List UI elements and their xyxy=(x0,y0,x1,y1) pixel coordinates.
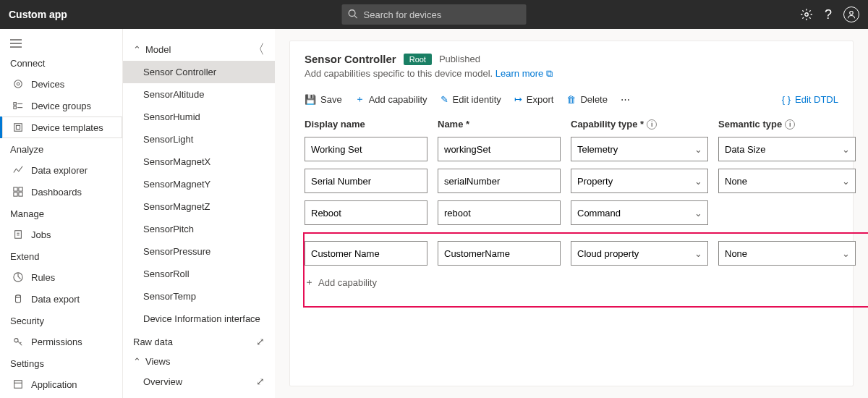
subtext: Add capabilities specific to this device… xyxy=(305,68,838,80)
chevron-down-icon: ⌃ xyxy=(133,356,141,367)
learn-more-link[interactable]: Learn more ⧉ xyxy=(495,68,553,79)
expand-icon[interactable]: ⤢ xyxy=(256,376,265,387)
tree-item[interactable]: SensorMagnetZ xyxy=(123,195,275,218)
capabilities-grid: Display name Name * Capability type * i … xyxy=(305,119,838,308)
svg-point-23 xyxy=(16,295,21,298)
semantic-type-select[interactable] xyxy=(718,137,856,161)
nav-rules[interactable]: Rules xyxy=(0,266,122,288)
svg-rect-14 xyxy=(16,125,20,129)
tree-raw-data[interactable]: Raw data ⤢ xyxy=(123,330,275,353)
info-icon[interactable]: i xyxy=(647,119,657,130)
device-templates-icon xyxy=(12,122,24,133)
permissions-icon xyxy=(12,336,24,347)
save-button[interactable]: 💾Save xyxy=(305,94,342,105)
capability-type-select[interactable] xyxy=(571,241,708,266)
nav-device-templates[interactable]: Device templates xyxy=(0,117,122,138)
highlighted-row: ⌄ ⌄ ✕⌄ ＋Add capability xyxy=(303,232,868,308)
gear-icon[interactable] xyxy=(800,8,813,21)
nav-group-analyze: Analyze xyxy=(0,138,122,159)
profile-icon[interactable] xyxy=(843,7,859,22)
capability-type-select[interactable] xyxy=(571,200,708,225)
nav-group-security: Security xyxy=(0,310,122,331)
display-name-input[interactable] xyxy=(305,137,427,161)
svg-rect-25 xyxy=(14,381,22,389)
nav-data-export[interactable]: Data export xyxy=(0,288,122,310)
edit-identity-button[interactable]: ✎Edit identity xyxy=(441,94,501,105)
search-wrap xyxy=(342,4,527,25)
name-input[interactable] xyxy=(438,169,561,193)
tree-item[interactable]: SensorPitch xyxy=(123,218,275,240)
nav-permissions[interactable]: Permissions xyxy=(0,331,122,352)
plus-icon: ＋ xyxy=(355,93,365,106)
nav-group-manage: Manage xyxy=(0,203,122,224)
expand-icon[interactable]: ⤢ xyxy=(256,336,265,347)
nav-sidebar: Connect Devices Device groups Device tem… xyxy=(0,29,123,398)
svg-rect-18 xyxy=(19,192,22,196)
main-content: Sensor Controller Root Published Add cap… xyxy=(275,29,868,398)
tree-views-header[interactable]: ⌃ Views xyxy=(123,353,275,370)
add-capability-button[interactable]: ＋Add capability xyxy=(355,93,427,106)
nav-data-explorer[interactable]: Data explorer xyxy=(0,159,122,181)
hamburger-icon[interactable] xyxy=(0,35,122,52)
tree-item[interactable]: SensorLight xyxy=(123,128,275,151)
svg-rect-13 xyxy=(14,124,22,132)
nav-jobs[interactable]: Jobs xyxy=(0,224,122,245)
status-text: Published xyxy=(439,54,480,64)
tree-item[interactable]: SensorPressure xyxy=(123,240,275,263)
tree-item[interactable]: SensorAltitude xyxy=(123,83,275,106)
plus-icon: ＋ xyxy=(305,276,314,289)
tree-item-sensor-controller[interactable]: Sensor Controller xyxy=(123,61,275,83)
display-name-input[interactable] xyxy=(305,200,427,225)
back-arrow-icon[interactable]: 〈 xyxy=(252,41,265,58)
col-display-name: Display name xyxy=(305,119,427,130)
rules-icon xyxy=(12,271,24,283)
semantic-type-select[interactable] xyxy=(718,169,856,193)
tree-item[interactable]: SensorRoll xyxy=(123,263,275,285)
svg-rect-15 xyxy=(14,187,17,191)
tree-item[interactable]: SensorHumid xyxy=(123,106,275,128)
pencil-icon: ✎ xyxy=(441,94,448,105)
nav-device-groups[interactable]: Device groups xyxy=(0,95,122,117)
semantic-type-select[interactable] xyxy=(718,241,856,266)
nav-devices[interactable]: Devices xyxy=(0,73,122,95)
save-icon: 💾 xyxy=(305,94,316,105)
tree-item[interactable]: SensorTemp xyxy=(123,285,275,308)
svg-point-24 xyxy=(14,339,18,342)
capability-type-select[interactable] xyxy=(571,169,708,193)
svg-rect-10 xyxy=(14,106,17,109)
display-name-input[interactable] xyxy=(305,241,427,266)
name-input[interactable] xyxy=(438,241,561,266)
tree-item-device-info[interactable]: Device Information interface xyxy=(123,308,275,330)
svg-rect-16 xyxy=(19,187,22,191)
top-bar: Custom app ? xyxy=(0,0,868,29)
data-explorer-icon xyxy=(12,164,24,176)
trash-icon: 🗑 xyxy=(566,94,576,105)
search-icon xyxy=(348,9,358,19)
svg-line-1 xyxy=(354,16,357,19)
name-input[interactable] xyxy=(438,137,561,161)
capability-type-select[interactable] xyxy=(571,137,708,161)
export-button[interactable]: ↦Export xyxy=(514,94,554,105)
nav-group-settings: Settings xyxy=(0,352,122,373)
tree-item-overview[interactable]: Overview ⤢ xyxy=(123,370,275,393)
app-title: Custom app xyxy=(9,9,67,20)
delete-button[interactable]: 🗑Delete xyxy=(566,94,608,105)
svg-rect-9 xyxy=(14,103,17,106)
nav-application[interactable]: Application xyxy=(0,373,122,395)
device-groups-icon xyxy=(12,100,24,111)
nav-dashboards[interactable]: Dashboards xyxy=(0,181,122,203)
nav-group-extend: Extend xyxy=(0,245,122,266)
edit-dtdl-button[interactable]: { }Edit DTDL xyxy=(782,94,838,105)
search-input[interactable] xyxy=(342,4,527,25)
nav-group-connect: Connect xyxy=(0,52,122,73)
display-name-input[interactable] xyxy=(305,169,427,193)
tree-item[interactable]: SensorMagnetX xyxy=(123,151,275,173)
tree-model-header[interactable]: ⌃ Model 〈 xyxy=(123,38,275,61)
info-icon[interactable]: i xyxy=(785,119,795,130)
more-button[interactable]: ⋯ xyxy=(621,94,630,105)
help-icon[interactable]: ? xyxy=(825,7,832,22)
name-input[interactable] xyxy=(438,200,561,225)
add-capability-row[interactable]: ＋Add capability xyxy=(305,276,868,289)
toolbar: 💾Save ＋Add capability ✎Edit identity ↦Ex… xyxy=(305,93,838,113)
tree-item[interactable]: SensorMagnetY xyxy=(123,173,275,195)
